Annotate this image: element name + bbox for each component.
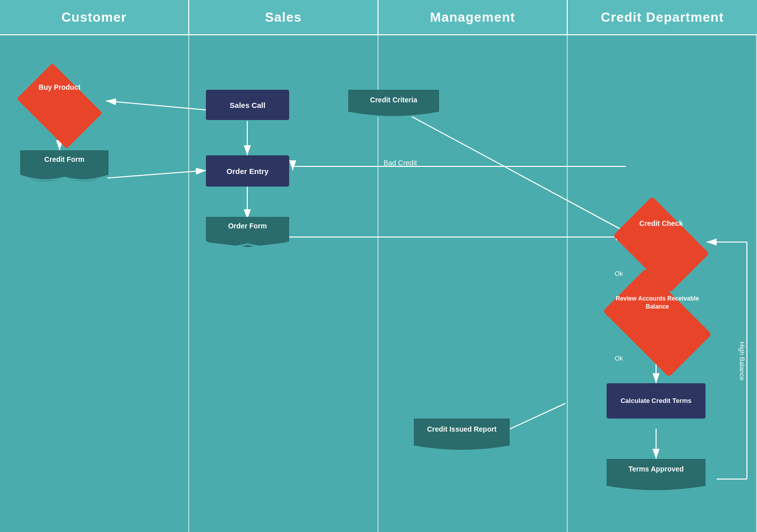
order-entry-shape: Order Entry <box>206 155 289 187</box>
credit-form-label: Credit Form <box>20 155 109 163</box>
sales-call-label: Sales Call <box>230 101 265 109</box>
credit-check-shape: Credit Check <box>621 217 701 272</box>
buy-product-shape: Buy Product <box>24 81 95 131</box>
order-entry-label: Order Entry <box>227 167 268 175</box>
sales-label: Sales <box>265 10 302 25</box>
header-row: Customer Sales Management Credit Departm… <box>0 0 757 35</box>
credit-issued-shape: Credit Issued Report <box>414 419 510 456</box>
ok1-label: Ok <box>615 270 623 277</box>
sales-call-shape: Sales Call <box>206 90 289 120</box>
header-credit: Credit Department <box>568 0 757 34</box>
customer-label: Customer <box>62 10 127 25</box>
terms-approved-shape: Terms Approved <box>607 459 706 496</box>
order-form-label: Order Form <box>206 222 289 230</box>
header-customer: Customer <box>0 0 189 34</box>
calculate-credit-label: Calculate Credit Terms <box>621 397 692 405</box>
management-label: Management <box>430 10 515 25</box>
review-ar-label: Review Accounts Receivable Balance <box>611 292 704 313</box>
calculate-credit-shape: Calculate Credit Terms <box>607 383 706 419</box>
ok2-label: Ok <box>615 354 623 362</box>
body-row: Buy Product Credit Form Sales Call Order… <box>0 35 757 532</box>
diagram-container: Customer Sales Management Credit Departm… <box>0 0 757 532</box>
review-ar-shape: Review Accounts Receivable Balance <box>611 292 704 353</box>
credit-criteria-label: Credit Criteria <box>348 96 439 104</box>
credit-issued-label: Credit Issued Report <box>414 425 510 434</box>
bad-credit-label: Bad Credit <box>384 159 417 167</box>
credit-form-shape: Credit Form <box>20 150 109 185</box>
terms-approved-label: Terms Approved <box>607 465 706 473</box>
header-management: Management <box>379 0 568 34</box>
credit-criteria-shape: Credit Criteria <box>348 90 439 122</box>
buy-product-label: Buy Product <box>24 81 95 94</box>
credit-label: Credit Department <box>601 10 724 25</box>
order-form-shape: Order Form <box>206 217 289 252</box>
header-sales: Sales <box>189 0 379 34</box>
high-balance-label: High Balance <box>738 342 746 381</box>
credit-check-label: Credit Check <box>621 217 701 230</box>
